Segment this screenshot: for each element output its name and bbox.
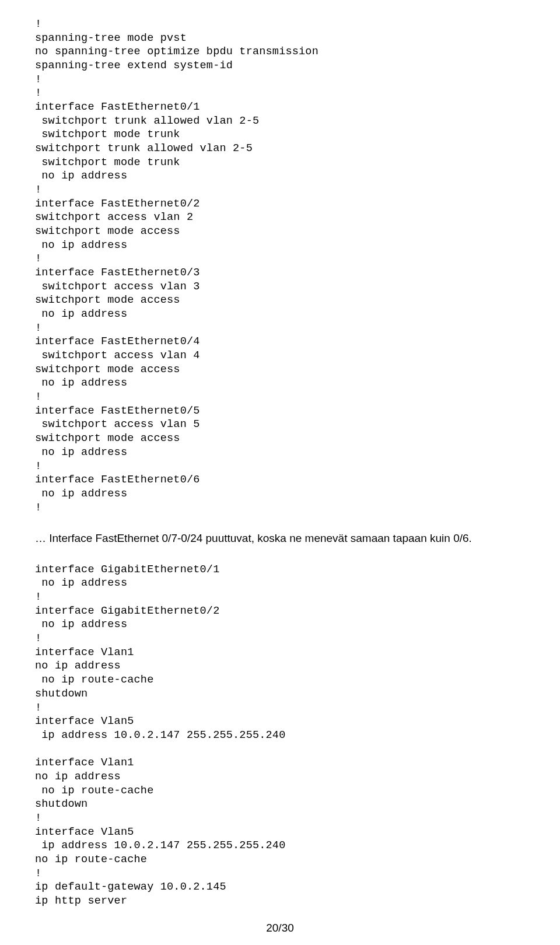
config-block-bottom: interface GigabitEthernet0/1 no ip addre… bbox=[35, 563, 525, 908]
page-number: 20/30 bbox=[0, 922, 560, 935]
config-block-top: ! spanning-tree mode pvst no spanning-tr… bbox=[35, 18, 525, 514]
explanatory-note: … Interface FastEthernet 0/7-0/24 puuttu… bbox=[35, 531, 525, 547]
document-page: ! spanning-tree mode pvst no spanning-tr… bbox=[0, 0, 560, 945]
